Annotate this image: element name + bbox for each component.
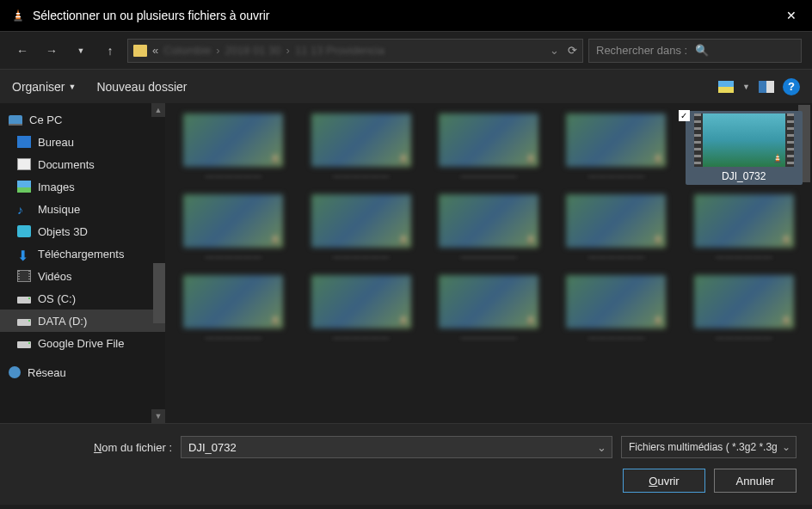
vlc-icon — [10, 8, 26, 23]
vlc-badge-icon — [652, 313, 664, 327]
file-label: —————— — [205, 170, 261, 182]
file-label: —————— — [333, 332, 390, 344]
file-thumb[interactable]: —————— — [177, 194, 289, 263]
file-label: —————— — [333, 170, 390, 182]
nav-bar: ← → ▼ ↑ « Colombie › 2018 01 30 › 11 13 … — [0, 31, 812, 69]
file-thumb[interactable]: —————— — [560, 275, 672, 344]
vlc-badge-icon — [652, 232, 664, 246]
recent-dropdown[interactable]: ▼ — [69, 39, 93, 63]
forward-button[interactable]: → — [40, 39, 64, 63]
file-thumb[interactable]: —————— — [433, 113, 544, 182]
file-label: —————— — [460, 332, 517, 344]
sidebar-item-videos[interactable]: Vidéos — [0, 265, 165, 287]
checkbox-icon[interactable]: ✓ — [679, 110, 690, 121]
vlc-badge-icon — [780, 313, 792, 327]
cancel-button[interactable]: Annuler — [714, 469, 797, 493]
chevron-down-icon[interactable]: ⌄ — [550, 44, 559, 57]
vlc-badge-icon — [269, 232, 281, 246]
chevron-down-icon[interactable]: ⌄ — [597, 441, 606, 454]
file-label: —————— — [205, 251, 261, 263]
preview-pane-button[interactable] — [759, 81, 774, 93]
scroll-down[interactable]: ▼ — [151, 409, 165, 423]
music-icon: ♪ — [17, 203, 31, 215]
vlc-badge-icon — [269, 151, 281, 165]
sidebar-item-documents[interactable]: Documents — [0, 153, 165, 175]
file-thumb[interactable]: ✓DJI_0732 — [686, 111, 803, 185]
view-mode-button[interactable] — [718, 81, 734, 93]
toolbar: Organiser ▼ Nouveau dossier ▼ ? — [0, 69, 812, 103]
vlc-badge-icon — [397, 313, 409, 327]
file-thumb[interactable]: —————— — [304, 194, 416, 263]
file-thumb[interactable]: —————— — [688, 194, 800, 263]
video-icon — [17, 270, 31, 282]
chevron-down-icon[interactable]: ⌄ — [778, 441, 790, 453]
file-label: —————— — [460, 170, 517, 182]
pc-icon — [9, 115, 22, 124]
sidebar-item-data[interactable]: DATA (D:) — [0, 310, 165, 332]
title-bar: Sélectionner un ou plusieurs fichiers à … — [0, 0, 812, 31]
sidebar-item-bureau[interactable]: Bureau — [0, 131, 165, 153]
sidebar-item-network[interactable]: Réseau — [0, 361, 165, 383]
help-button[interactable]: ? — [783, 78, 800, 95]
file-thumb[interactable]: —————— — [433, 194, 544, 263]
file-thumb[interactable]: —————— — [177, 275, 289, 344]
file-label: —————— — [716, 332, 772, 344]
file-thumb[interactable]: —————— — [304, 275, 416, 344]
file-thumb[interactable]: —————— — [177, 113, 289, 182]
drive-icon — [17, 297, 31, 304]
file-thumb[interactable]: —————— — [433, 275, 544, 344]
file-grid: ————————————————————————✓DJI_0732———————… — [165, 103, 812, 423]
vlc-badge-icon — [772, 151, 784, 165]
file-label: —————— — [460, 251, 517, 263]
network-icon — [9, 366, 21, 378]
file-label: —————— — [716, 251, 772, 263]
sidebar-scrollbar[interactable] — [153, 263, 165, 323]
sidebar-item-downloads[interactable]: ⬇Téléchargements — [0, 242, 165, 265]
open-button[interactable]: Ouvrir — [623, 469, 705, 493]
breadcrumb[interactable]: « Colombie › 2018 01 30 › 11 13 Providen… — [127, 39, 583, 63]
view-dropdown[interactable]: ▼ — [742, 83, 750, 91]
sidebar-item-gdrive[interactable]: Google Drive File — [0, 332, 165, 354]
vlc-badge-icon — [269, 313, 281, 327]
desktop-icon — [17, 136, 31, 148]
vlc-badge-icon — [652, 151, 664, 165]
vlc-badge-icon — [397, 151, 409, 165]
file-thumb[interactable]: —————— — [560, 194, 672, 263]
window-title: Sélectionner un ou plusieurs fichiers à … — [33, 9, 774, 22]
file-label: —————— — [205, 332, 261, 344]
close-button[interactable]: ✕ — [774, 0, 809, 31]
sidebar-item-osc[interactable]: OS (C:) — [0, 287, 165, 310]
vlc-badge-icon — [525, 232, 537, 246]
sidebar-item-musique[interactable]: ♪Musique — [0, 198, 165, 220]
up-button[interactable]: ↑ — [98, 39, 122, 63]
file-thumb[interactable]: —————— — [688, 275, 800, 344]
folder-icon — [133, 45, 147, 57]
organize-button[interactable]: Organiser ▼ — [12, 80, 76, 94]
filename-input[interactable]: DJI_0732 ⌄ — [181, 436, 612, 458]
sidebar: ▲ Ce PC Bureau Documents Images ♪Musique… — [0, 103, 165, 423]
scroll-up[interactable]: ▲ — [151, 103, 165, 117]
file-label: —————— — [587, 332, 644, 344]
new-folder-button[interactable]: Nouveau dossier — [96, 80, 187, 94]
refresh-button[interactable]: ⟳ — [568, 44, 577, 57]
back-button[interactable]: ← — [10, 39, 34, 63]
sidebar-root-pc[interactable]: Ce PC — [0, 108, 165, 131]
footer: Nom du fichier : DJI_0732 ⌄ Fichiers mul… — [0, 423, 812, 505]
file-label: —————— — [587, 251, 644, 263]
document-icon — [17, 158, 31, 170]
filename-label: Nom du fichier : — [86, 441, 172, 454]
file-label: —————— — [333, 251, 390, 263]
search-icon: 🔍 — [695, 44, 794, 57]
vlc-badge-icon — [525, 313, 537, 327]
sidebar-item-images[interactable]: Images — [0, 175, 165, 198]
images-icon — [17, 181, 31, 193]
drive-icon — [17, 341, 31, 348]
search-input[interactable]: Rechercher dans : 🔍 — [588, 39, 802, 63]
sidebar-item-3d[interactable]: Objets 3D — [0, 220, 165, 242]
download-icon: ⬇ — [17, 248, 31, 260]
file-thumb[interactable]: —————— — [560, 113, 672, 182]
file-thumb[interactable]: —————— — [304, 113, 416, 182]
filetype-select[interactable]: Fichiers multimédias ( *.3g2 *.3g ⌄ — [621, 436, 797, 458]
file-label: —————— — [587, 170, 644, 182]
vlc-badge-icon — [397, 232, 409, 246]
